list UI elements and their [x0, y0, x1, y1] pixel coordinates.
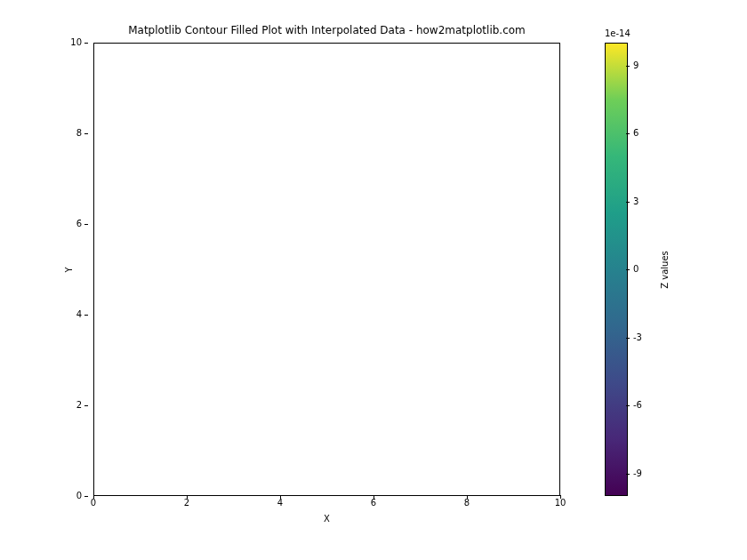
figure: Matplotlib Contour Filled Plot with Inte… — [0, 0, 747, 560]
x-axis-label: X — [93, 514, 560, 524]
y-axis-label-text: Y — [63, 267, 73, 272]
y-axis-label: Y — [62, 43, 75, 496]
colorbar — [605, 43, 628, 496]
colorbar-label-text: Z values — [660, 251, 670, 289]
colorbar-tick: 0 — [628, 264, 655, 275]
colorbar-tick: 6 — [628, 128, 655, 139]
x-tick: 2 — [169, 498, 205, 508]
colorbar-tick: -3 — [628, 332, 655, 343]
colorbar-tick: 9 — [628, 60, 655, 71]
colorbar-tick: -9 — [628, 468, 655, 479]
chart-title: Matplotlib Contour Filled Plot with Inte… — [93, 24, 560, 36]
y-tick: 10 — [0, 37, 89, 48]
colorbar-gradient — [606, 44, 627, 495]
colorbar-tick: -6 — [628, 400, 655, 411]
x-tick: 6 — [356, 498, 391, 508]
y-tick: 2 — [0, 400, 89, 411]
plot-area — [93, 43, 560, 496]
x-tick: 10 — [542, 498, 578, 508]
y-tick: 4 — [0, 309, 89, 320]
y-tick: 6 — [0, 219, 89, 229]
colorbar-label: Z values — [658, 43, 671, 496]
colorbar-offset-text: 1e-14 — [605, 28, 631, 38]
y-tick: 0 — [0, 491, 89, 501]
y-tick: 8 — [0, 128, 89, 139]
x-tick: 8 — [449, 498, 485, 508]
colorbar-tick: 3 — [628, 196, 655, 207]
x-tick: 4 — [262, 498, 298, 508]
